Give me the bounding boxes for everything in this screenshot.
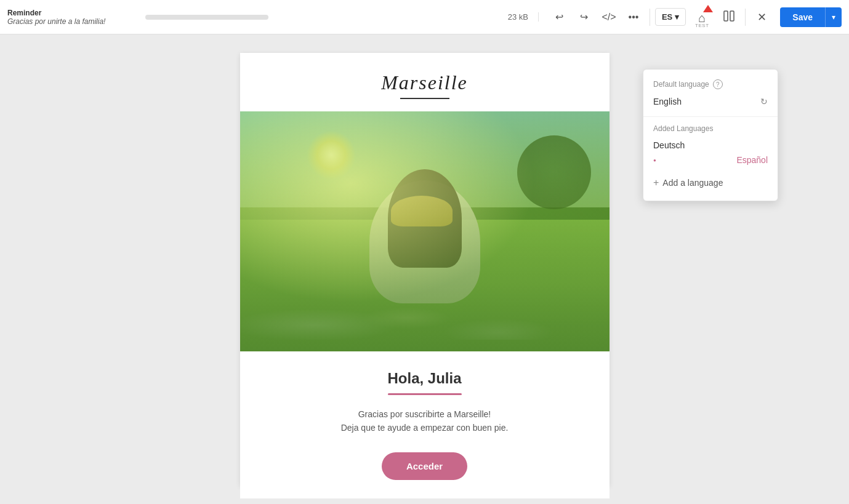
- save-dropdown-button[interactable]: ▾: [825, 7, 842, 27]
- more-button[interactable]: •••: [622, 6, 645, 28]
- language-chevron-icon: ▾: [675, 12, 679, 22]
- email-logo-underline: [400, 98, 449, 99]
- email-hero-image: [240, 111, 610, 351]
- document-info: Reminder Gracias por unirte a la familia…: [7, 9, 131, 26]
- save-button[interactable]: Save: [780, 7, 825, 27]
- columns-button[interactable]: [718, 6, 740, 28]
- plus-icon: +: [653, 177, 659, 188]
- more-icon: •••: [629, 12, 639, 23]
- language-selector-button[interactable]: ES ▾: [655, 8, 686, 26]
- language-dropdown-panel: Default language ? English ↻ Added Langu…: [643, 69, 778, 201]
- undo-icon: ↩: [555, 11, 563, 23]
- english-language-label: English: [653, 97, 682, 106]
- main-content: Marseille Hola, Julia Gracias po: [0, 34, 849, 504]
- svg-rect-2: [730, 11, 734, 21]
- redo-button[interactable]: ↪: [573, 6, 595, 28]
- email-divider: [388, 393, 462, 395]
- save-button-group: Save ▾: [780, 7, 842, 27]
- added-languages-label: Added Languages: [653, 124, 768, 133]
- document-title: Reminder: [7, 9, 131, 17]
- toolbar-actions: ↩ ↪ </> ••• ES ▾ ⌂ TEST: [549, 4, 842, 31]
- default-language-label: Default language ?: [653, 79, 768, 89]
- email-text-line2: Deja que te ayude a empezar con buen pie…: [341, 423, 509, 433]
- home-test-button[interactable]: ⌂ TEST: [688, 4, 715, 31]
- test-label: TEST: [695, 23, 709, 28]
- code-icon: </>: [602, 12, 616, 23]
- svg-rect-1: [724, 11, 728, 21]
- document-subtitle: Gracias por unirte a la familia!: [7, 17, 131, 26]
- email-text: Gracias por suscribirte a Marseille! Dej…: [265, 407, 585, 435]
- default-language-section-title: Default language: [653, 80, 709, 89]
- language-item-espanol[interactable]: Español: [653, 153, 768, 167]
- email-container: Marseille Hola, Julia Gracias po: [240, 53, 610, 486]
- redo-icon: ↪: [580, 11, 588, 23]
- toolbar: Reminder Gracias por unirte a la familia…: [0, 0, 849, 34]
- email-cta-button[interactable]: Acceder: [382, 452, 467, 480]
- columns-icon: [723, 10, 734, 24]
- added-languages-section: Added Languages Deutsch Español: [643, 116, 778, 175]
- email-body: Hola, Julia Gracias por suscribirte a Ma…: [240, 351, 610, 498]
- close-button[interactable]: ✕: [750, 6, 773, 28]
- close-icon: ✕: [757, 10, 767, 24]
- divider-1: [650, 9, 650, 26]
- email-logo: Marseille: [252, 71, 597, 94]
- email-text-line1: Gracias por suscribirte a Marseille!: [358, 409, 491, 419]
- divider-2: [745, 9, 746, 26]
- deutsch-label: Deutsch: [653, 140, 685, 150]
- image-overlay: [240, 111, 610, 351]
- added-languages-section-title: Added Languages: [653, 124, 713, 133]
- email-greeting: Hola, Julia: [265, 370, 585, 387]
- email-header: Marseille: [240, 53, 610, 111]
- undo-button[interactable]: ↩: [549, 6, 571, 28]
- language-item-deutsch[interactable]: Deutsch: [653, 138, 768, 153]
- default-language-english[interactable]: English ↻: [653, 94, 768, 109]
- svg-marker-0: [703, 5, 713, 12]
- code-button[interactable]: </>: [598, 6, 620, 28]
- espanol-label: Español: [736, 155, 768, 165]
- progress-bar: [145, 15, 268, 20]
- add-language-label: Add a language: [662, 178, 723, 188]
- file-size: 23 kB: [508, 12, 539, 22]
- red-arrow-icon: [702, 4, 714, 16]
- language-code-label: ES: [662, 12, 672, 22]
- refresh-icon[interactable]: ↻: [760, 97, 768, 106]
- default-language-section: Default language ? English ↻: [643, 79, 778, 116]
- help-icon[interactable]: ?: [713, 79, 723, 89]
- add-language-button[interactable]: + Add a language: [643, 175, 778, 191]
